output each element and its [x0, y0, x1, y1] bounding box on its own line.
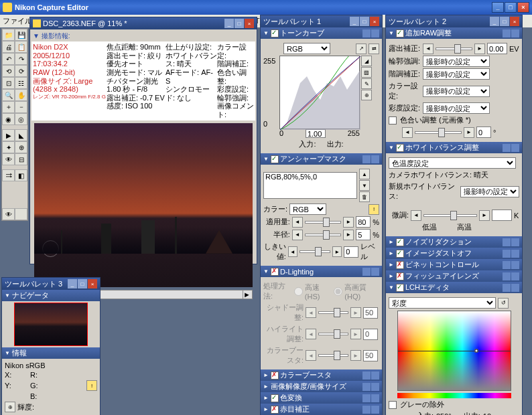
cb-chk[interactable]	[271, 371, 279, 380]
tool-zoom[interactable]: 🔍	[2, 89, 15, 101]
lch-gray-chk[interactable]	[389, 401, 397, 409]
unsharp-reset[interactable]	[362, 155, 371, 163]
nav-thumb[interactable]	[14, 303, 88, 346]
curve-t4[interactable]: ⊕	[361, 90, 372, 100]
res-r[interactable]	[362, 383, 371, 391]
fish-r[interactable]	[503, 272, 511, 280]
nr-r[interactable]	[503, 238, 511, 246]
vig-header[interactable]: ►ビネットコントロール	[386, 259, 522, 270]
tool-focus[interactable]: ◉	[2, 113, 15, 125]
dl-reset[interactable]	[362, 268, 371, 276]
tool-batch[interactable]: ⮆	[2, 169, 15, 181]
doc-max[interactable]: □	[235, 19, 244, 28]
us-del[interactable]: 🗑	[359, 191, 370, 202]
tool-rotate-l[interactable]: ⟲	[2, 65, 15, 77]
unsharp-list[interactable]: RGB,80%,5%,0	[263, 172, 357, 199]
pal1-max[interactable]: □	[360, 17, 369, 26]
raw-o[interactable]	[511, 29, 519, 37]
dl-opt[interactable]	[371, 268, 379, 276]
pal3-max[interactable]: □	[78, 279, 87, 288]
pal2-min[interactable]: _	[490, 17, 499, 26]
nr-chk[interactable]	[396, 238, 404, 246]
doc-close[interactable]: ×	[245, 19, 254, 28]
curve-canvas[interactable]	[279, 56, 360, 129]
tool-dust[interactable]: ⊕	[15, 141, 27, 153]
lch-reset[interactable]: ↺	[498, 298, 509, 309]
raw-e-l[interactable]: ◄	[423, 44, 434, 54]
maximize-button[interactable]: □	[505, 2, 517, 13]
cv-r[interactable]	[362, 394, 371, 402]
minimize-button[interactable]: _	[492, 2, 504, 13]
wb-header[interactable]: ▼ホワイトバランス調整	[386, 142, 522, 153]
pal1-close[interactable]: ×	[370, 17, 379, 26]
raw-tone[interactable]: 撮影時の設定	[423, 68, 490, 80]
info-header[interactable]: ▼情報	[2, 347, 100, 359]
pal1-min[interactable]: _	[350, 17, 359, 26]
curve-auto[interactable]: ↗	[356, 44, 367, 54]
tool-btn2[interactable]: ◧	[15, 169, 27, 181]
pal2-close[interactable]: ×	[510, 17, 519, 26]
fish-chk[interactable]	[396, 272, 404, 280]
wb-new[interactable]: 撮影時の設定	[460, 186, 519, 197]
us-t-l[interactable]: ◄	[288, 246, 297, 257]
raw-chk[interactable]	[396, 29, 404, 37]
fish-o[interactable]	[511, 272, 519, 280]
curve-header[interactable]: ▼トーンカーブ	[261, 27, 382, 39]
pal3-close[interactable]: ×	[88, 279, 97, 288]
tool-picker[interactable]: ◎	[15, 113, 27, 125]
wb-f-l[interactable]: ◄	[411, 210, 421, 221]
tool-info[interactable]: 👁	[2, 208, 15, 220]
dust-chk[interactable]	[396, 250, 404, 258]
tool-grid[interactable]: ☷	[15, 77, 27, 89]
curve-chk[interactable]	[271, 29, 279, 37]
re-o[interactable]	[371, 406, 379, 414]
raw-h-r[interactable]: ►	[464, 127, 474, 138]
dlight-header[interactable]: ▼D-Lighting	[261, 266, 382, 277]
raw-h-sld[interactable]	[415, 131, 462, 134]
wb-chk[interactable]	[396, 144, 404, 152]
tool-rotate-r[interactable]: ⟳	[15, 65, 27, 77]
tool-mask[interactable]: ⊟	[15, 153, 27, 165]
wb-f-sld[interactable]	[423, 214, 477, 217]
re-header[interactable]: ►赤目補正	[261, 404, 382, 415]
us-r-v[interactable]	[356, 229, 371, 240]
tool-save[interactable]: 💾	[15, 29, 27, 41]
fish-header[interactable]: ►フィッシュアイレンズ	[386, 270, 522, 282]
tool-hand[interactable]: ✋	[15, 89, 27, 101]
nr-header[interactable]: ►ノイズリダクション	[386, 236, 522, 248]
us-a-l[interactable]: ◄	[292, 217, 303, 228]
us-a-sld[interactable]	[305, 221, 342, 224]
curve-gamma[interactable]	[306, 129, 326, 138]
us-t-v[interactable]	[344, 246, 358, 258]
cb-o[interactable]	[371, 371, 379, 380]
us-warn[interactable]: !	[369, 204, 379, 215]
tool-undo[interactable]: ↶	[2, 53, 15, 65]
us-t-sld[interactable]	[300, 250, 331, 253]
us-r-sld[interactable]	[305, 234, 342, 236]
us-up[interactable]: ▲	[359, 169, 370, 179]
res-header[interactable]: ►画像解像度/画像サイズ	[261, 381, 382, 392]
lch-o[interactable]	[511, 284, 519, 292]
image-canvas[interactable]	[34, 123, 253, 287]
re-r[interactable]	[362, 406, 371, 414]
us-color[interactable]: RGB	[289, 203, 326, 215]
tool-copy[interactable]: 📋	[15, 41, 27, 53]
unsharp-opt[interactable]	[371, 155, 379, 163]
curve-swap[interactable]: ⇄	[369, 44, 379, 54]
raw-h-l[interactable]: ◄	[402, 127, 413, 138]
curve-t2[interactable]: ▨	[361, 67, 372, 78]
cv-chk[interactable]	[271, 394, 279, 402]
tool-open[interactable]: 📁	[2, 29, 15, 41]
re-chk[interactable]	[271, 406, 279, 414]
info-warn[interactable]: !	[86, 380, 97, 391]
raw-sat[interactable]: 撮影時の設定	[423, 102, 490, 114]
curve-reset[interactable]	[362, 29, 371, 37]
raw-e-v[interactable]	[487, 43, 507, 54]
nav-header[interactable]: ▼ナビゲータ	[2, 290, 100, 301]
cb-r[interactable]	[362, 371, 371, 380]
lch-canvas[interactable]	[397, 311, 511, 391]
cb-header[interactable]: ►カラーブースタ	[261, 369, 382, 381]
tool-wb[interactable]: ▶	[2, 129, 15, 141]
lch-chk[interactable]	[396, 284, 404, 292]
vig-o[interactable]	[511, 261, 519, 269]
